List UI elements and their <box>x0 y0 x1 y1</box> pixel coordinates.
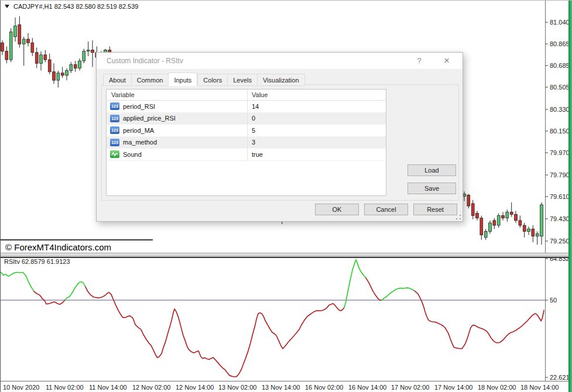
table-row[interactable]: 123 period_RSI 14 <box>107 101 386 113</box>
numeric-param-icon: 123 <box>110 115 119 122</box>
dialog-tabs: About Common Inputs Colors Levels Visual… <box>103 73 305 86</box>
table-row[interactable]: 123 applied_price_RSI 0 <box>107 113 386 125</box>
param-value[interactable]: 3 <box>248 139 386 146</box>
reset-button[interactable]: Reset <box>413 204 457 215</box>
param-name: period_RSI <box>123 103 155 110</box>
param-name: applied_price_RSI <box>123 115 176 122</box>
indicator-window-label: RSItv 62.8579 61.9123 <box>4 258 70 265</box>
numeric-param-icon: 123 <box>110 139 119 146</box>
cancel-button[interactable]: Cancel <box>364 204 408 215</box>
price-axis-label: 79.610 <box>550 193 570 200</box>
parameters-table: Variable Value 123 period_RSI 14 123 app… <box>106 89 386 196</box>
table-header-row: Variable Value <box>107 90 386 101</box>
help-button[interactable]: ? <box>410 55 428 67</box>
close-icon[interactable]: ✕ <box>438 55 455 67</box>
symbol-quote-text: CADJPY#,H1 82.543 82.580 82.519 82.539 <box>13 3 138 10</box>
load-button[interactable]: Load <box>407 164 456 176</box>
dialog-titlebar[interactable]: Custom Indicator - RSItv ? ✕ <box>97 53 463 70</box>
symbol-dropdown-icon[interactable] <box>5 5 9 8</box>
mt4-chart-window: CADJPY#,H1 82.543 82.580 82.519 82.539 8… <box>0 0 572 392</box>
price-axis-label: 79.790 <box>550 171 570 178</box>
tab-inputs[interactable]: Inputs <box>168 73 197 86</box>
time-axis-label: 11 Nov 14:00 <box>89 384 127 391</box>
price-axis-label: 81.040 <box>550 19 570 26</box>
tab-colors[interactable]: Colors <box>197 74 227 86</box>
table-row[interactable]: 123 period_MA 5 <box>107 125 386 137</box>
time-axis-label: 12 Nov 02:00 <box>132 384 170 391</box>
indicator-axis-label: 50 <box>550 297 557 304</box>
price-axis-label: 79.430 <box>550 215 570 222</box>
numeric-param-icon: 123 <box>110 126 119 134</box>
tab-about[interactable]: About <box>103 74 131 86</box>
time-axis-label: 13 Nov 14:00 <box>262 384 300 391</box>
time-axis-label: 18 Nov 02:00 <box>478 384 516 391</box>
column-header-value: Value <box>248 91 386 98</box>
param-value[interactable]: 0 <box>248 115 386 122</box>
watermark-label: © ForexMT4Indicators.com <box>1 239 153 254</box>
time-axis-label: 18 Nov 14:00 <box>520 384 559 391</box>
ok-button[interactable]: OK <box>315 204 359 215</box>
time-axis-label: 13 Nov 02:00 <box>218 384 256 391</box>
page-edge-strip <box>568 1 572 392</box>
symbol-quote-line: CADJPY#,H1 82.543 82.580 82.519 82.539 <box>5 3 138 10</box>
time-axis-label: 16 Nov 02:00 <box>305 384 343 391</box>
price-axis-label: 80.505 <box>550 84 570 91</box>
param-value[interactable]: 5 <box>248 127 386 134</box>
column-header-variable: Variable <box>107 90 248 100</box>
time-axis-label: 10 Nov 2020 <box>3 384 39 391</box>
param-name: period_MA <box>123 127 154 134</box>
price-axis-label: 80.150 <box>550 128 570 135</box>
watermark-text: © ForexMT4Indicators.com <box>5 242 111 252</box>
table-row[interactable]: 123 ma_method 3 <box>107 137 386 149</box>
time-axis-label: 16 Nov 14:00 <box>348 384 386 391</box>
tab-levels[interactable]: Levels <box>227 74 257 86</box>
tab-visualization[interactable]: Visualization <box>257 74 305 86</box>
param-value[interactable]: true <box>248 151 386 158</box>
custom-indicator-dialog: Custom Indicator - RSItv ? ✕ About Commo… <box>96 52 463 222</box>
param-name: ma_method <box>123 139 157 146</box>
price-axis-label: 79.970 <box>550 149 570 156</box>
time-axis-label: 17 Nov 14:00 <box>434 384 472 391</box>
tab-common[interactable]: Common <box>131 74 169 86</box>
sound-wave-param-icon <box>110 150 119 158</box>
param-value[interactable]: 14 <box>248 103 386 110</box>
param-name: Sound <box>123 151 142 158</box>
dialog-title: Custom Indicator - RSItv <box>107 57 183 65</box>
price-axis-label: 80.865 <box>550 40 570 47</box>
dialog-resize-grip[interactable] <box>456 215 461 219</box>
time-axis-label: 17 Nov 02:00 <box>391 384 429 391</box>
price-axis-label: 80.685 <box>550 62 570 69</box>
save-button[interactable]: Save <box>407 183 456 194</box>
price-axis-label: 79.250 <box>550 238 570 245</box>
pane-splitter-handle[interactable] <box>1 253 572 258</box>
table-row[interactable]: Sound true <box>107 149 386 161</box>
price-axis-label: 80.330 <box>550 106 570 113</box>
time-axis-label: 11 Nov 02:00 <box>46 384 84 391</box>
time-axis-label: 12 Nov 14:00 <box>176 384 214 391</box>
numeric-param-icon: 123 <box>110 102 119 110</box>
